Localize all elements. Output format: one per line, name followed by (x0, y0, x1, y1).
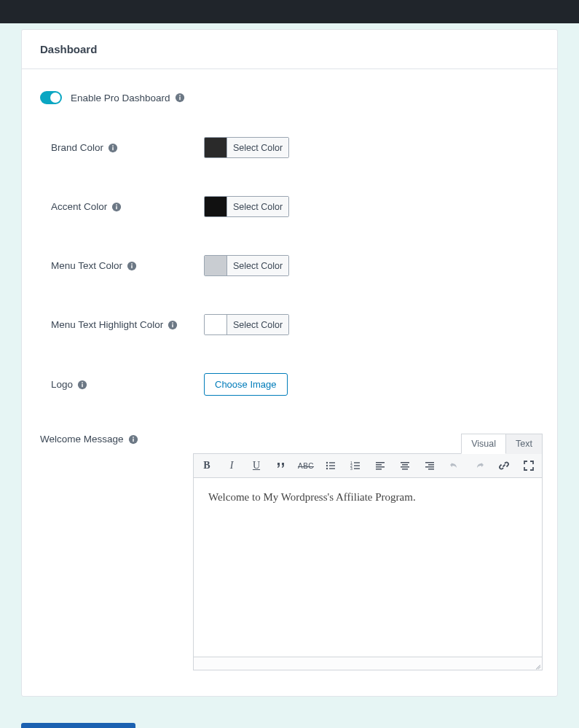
accent-color-picker[interactable]: Select Color (204, 196, 289, 217)
menu-text-color-label: Menu Text Color (40, 260, 204, 271)
menu-text-color-picker[interactable]: Select Color (204, 255, 289, 276)
editor-content: Welcome to My Wordpress's Affiliate Prog… (208, 491, 527, 504)
svg-point-8 (116, 204, 117, 206)
enable-pro-label: Enable Pro Dashboard (71, 93, 170, 103)
editor-toolbar: B I U ABC 123 (193, 453, 543, 478)
logo-label: Logo (40, 379, 204, 390)
menu-text-highlight-swatch (205, 315, 227, 334)
editor: Visual Text B I U ABC 123 (193, 434, 543, 670)
svg-point-5 (112, 145, 114, 146)
fullscreen-icon[interactable] (521, 458, 536, 473)
svg-rect-33 (376, 462, 385, 463)
quote-icon[interactable] (274, 458, 288, 473)
accent-color-swatch (205, 197, 227, 216)
menu-text-color-row: Menu Text Color Select Color (40, 255, 539, 276)
svg-rect-10 (131, 265, 132, 267)
enable-pro-row: Enable Pro Dashboard (40, 91, 539, 104)
align-center-icon[interactable] (398, 458, 412, 473)
info-icon[interactable] (175, 93, 185, 103)
svg-rect-44 (428, 469, 434, 470)
svg-rect-16 (82, 383, 82, 386)
undo-icon[interactable] (447, 458, 462, 473)
svg-rect-1 (179, 97, 180, 100)
svg-text:3: 3 (350, 466, 352, 471)
accent-color-row: Accent Color Select Color (40, 196, 539, 217)
top-bar (0, 0, 579, 23)
menu-text-highlight-button[interactable]: Select Color (227, 315, 288, 334)
align-left-icon[interactable] (373, 458, 387, 473)
logo-row: Logo Choose Image (40, 373, 539, 396)
tab-visual[interactable]: Visual (461, 434, 506, 454)
welcome-message-row: Welcome Message Visual Text B I U A (40, 434, 539, 670)
svg-rect-39 (401, 466, 409, 468)
menu-text-highlight-label: Menu Text Highlight Color (40, 319, 204, 330)
panel-body: Enable Pro Dashboard Brand Color Select … (22, 69, 557, 696)
svg-rect-19 (133, 438, 133, 441)
brand-color-button[interactable]: Select Color (227, 138, 288, 157)
accent-color-button[interactable]: Select Color (227, 197, 288, 216)
link-icon[interactable] (497, 458, 511, 473)
choose-image-button[interactable]: Choose Image (204, 373, 288, 396)
svg-rect-43 (425, 466, 434, 468)
svg-point-14 (172, 322, 173, 324)
brand-color-row: Brand Color Select Color (40, 137, 539, 158)
bold-icon[interactable]: B (200, 458, 214, 473)
svg-rect-38 (402, 464, 408, 466)
info-icon[interactable] (128, 434, 138, 445)
brand-color-label: Brand Color (40, 142, 204, 153)
info-icon[interactable] (77, 380, 87, 390)
enable-pro-toggle[interactable] (40, 91, 62, 104)
svg-rect-41 (425, 462, 434, 463)
editor-textarea[interactable]: Welcome to My Wordpress's Affiliate Prog… (193, 478, 543, 657)
redo-icon[interactable] (472, 458, 487, 473)
svg-rect-28 (354, 462, 360, 463)
svg-rect-13 (173, 324, 173, 326)
info-icon[interactable] (108, 143, 118, 153)
dashboard-panel: Dashboard Enable Pro Dashboard Brand Col… (21, 29, 558, 697)
menu-text-highlight-row: Menu Text Highlight Color Select Color (40, 314, 539, 335)
editor-footer (193, 657, 543, 670)
svg-point-2 (179, 95, 181, 96)
brand-color-swatch (205, 138, 227, 157)
svg-rect-7 (117, 206, 117, 208)
svg-rect-35 (376, 466, 385, 468)
info-icon[interactable] (111, 202, 122, 212)
svg-point-17 (82, 382, 83, 383)
strikethrough-icon[interactable]: ABC (299, 458, 313, 473)
svg-point-11 (131, 263, 133, 265)
svg-point-23 (326, 465, 328, 466)
brand-color-picker[interactable]: Select Color (204, 137, 289, 158)
underline-icon[interactable]: U (249, 458, 264, 473)
svg-rect-24 (329, 465, 335, 466)
menu-text-color-button[interactable]: Select Color (227, 256, 288, 275)
menu-text-highlight-picker[interactable]: Select Color (204, 314, 289, 335)
resize-handle-icon[interactable] (534, 662, 541, 669)
editor-tabs: Visual Text (193, 434, 543, 454)
bullet-list-icon[interactable] (323, 458, 338, 473)
info-icon[interactable] (127, 261, 137, 271)
panel-header: Dashboard (22, 30, 557, 69)
svg-rect-22 (329, 462, 335, 463)
svg-point-21 (326, 462, 328, 463)
accent-color-label: Accent Color (40, 201, 204, 212)
svg-point-25 (326, 468, 328, 469)
welcome-message-label: Welcome Message (40, 434, 193, 445)
align-right-icon[interactable] (422, 458, 437, 473)
svg-rect-30 (354, 465, 360, 466)
tab-text[interactable]: Text (506, 434, 543, 454)
svg-rect-26 (329, 468, 335, 469)
svg-rect-36 (376, 469, 382, 470)
svg-rect-40 (402, 469, 408, 470)
svg-point-20 (133, 437, 134, 438)
svg-rect-4 (112, 146, 113, 149)
number-list-icon[interactable]: 123 (348, 458, 363, 473)
svg-rect-42 (428, 464, 434, 466)
menu-text-color-swatch (205, 256, 227, 275)
italic-icon[interactable]: I (224, 458, 239, 473)
info-icon[interactable] (168, 320, 178, 330)
svg-rect-34 (376, 464, 382, 466)
update-options-button[interactable]: Update Options (21, 723, 135, 728)
svg-rect-32 (354, 468, 360, 469)
svg-rect-37 (401, 462, 409, 463)
panel-title: Dashboard (40, 43, 539, 55)
